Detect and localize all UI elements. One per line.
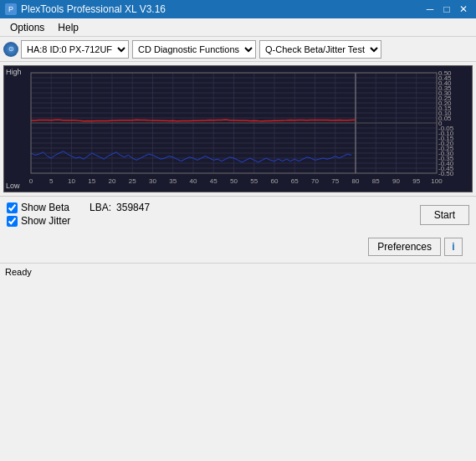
menu-help[interactable]: Help [51,20,85,35]
show-jitter-label: Show Jitter [21,215,70,227]
lba-value: 359847 [116,202,166,213]
device-icon: ⊙ [3,42,18,57]
minimize-button[interactable]: ─ [422,3,438,16]
status-text: Ready [5,267,32,277]
lba-label: LBA: [90,202,111,213]
maximize-button[interactable]: □ [439,3,454,16]
title-bar: P PlexTools Professional XL V3.16 ─ □ ✕ [0,0,476,18]
info-button[interactable]: i [444,238,463,256]
preferences-button[interactable]: Preferences [368,238,441,256]
show-beta-checkbox[interactable] [7,202,18,213]
close-button[interactable]: ✕ [456,3,471,16]
menu-bar: Options Help [0,18,476,37]
bottom-panel: Show Beta LBA: 359847 Show Jitter Start … [0,196,476,263]
chart-area: High Low [3,65,473,192]
show-beta-label: Show Beta [21,202,69,213]
start-button[interactable]: Start [420,205,469,225]
test-select[interactable]: Q-Check Beta/Jitter Test [259,40,381,59]
toolbar: ⊙ HA:8 ID:0 PX-712UF CD Diagnostic Funct… [0,37,476,62]
show-jitter-checkbox[interactable] [7,216,18,227]
function-select[interactable]: CD Diagnostic Functions [132,40,256,59]
y-label-high: High [6,68,22,76]
menu-options[interactable]: Options [3,20,51,35]
app-icon: P [5,3,17,15]
device-select[interactable]: HA:8 ID:0 PX-712UF [21,40,129,59]
chart-canvas [4,66,472,192]
status-bar: Ready [0,263,476,279]
title-text: PlexTools Professional XL V3.16 [21,3,166,15]
y-label-low: Low [6,182,20,190]
